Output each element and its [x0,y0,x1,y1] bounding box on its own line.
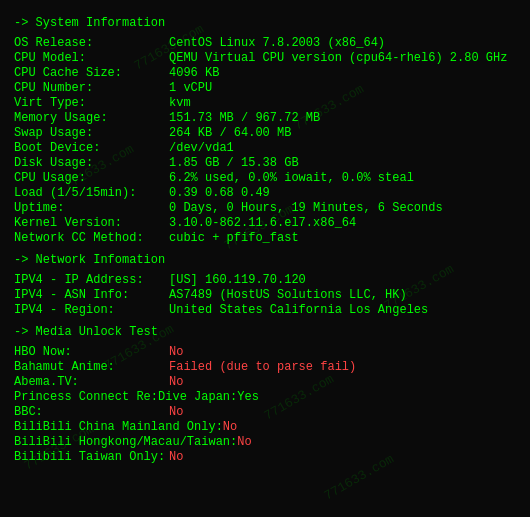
memory-usage-row: Memory Usage: 151.73 MB / 967.72 MB [14,111,516,125]
boot-device-value: /dev/vda1 [169,141,234,155]
bbc-row: BBC: No [14,405,516,419]
cpu-model-value: QEMU Virtual CPU version (cpu64-rhel6) 2… [169,51,507,65]
system-header: -> System Information [14,16,516,30]
virt-type-value: kvm [169,96,191,110]
load-label: Load (1/5/15min): [14,186,169,200]
network-section: -> Network Infomation IPV4 - IP Address:… [14,253,516,317]
memory-usage-label: Memory Usage: [14,111,169,125]
cpu-model-label: CPU Model: [14,51,169,65]
abema-value: No [169,375,183,389]
ipv4-address-row: IPV4 - IP Address: [US] 160.119.70.120 [14,273,516,287]
swap-usage-value: 264 KB / 64.00 MB [169,126,291,140]
abema-label: Abema.TV: [14,375,169,389]
cpu-cache-row: CPU Cache Size: 4096 KB [14,66,516,80]
cpu-number-value: 1 vCPU [169,81,212,95]
ipv4-asn-row: IPV4 - ASN Info: AS7489 (HostUS Solution… [14,288,516,302]
uptime-label: Uptime: [14,201,169,215]
load-row: Load (1/5/15min): 0.39 0.68 0.49 [14,186,516,200]
os-release-label: OS Release: [14,36,169,50]
cpu-model-row: CPU Model: QEMU Virtual CPU version (cpu… [14,51,516,65]
media-section: -> Media Unlock Test HBO Now: No Bahamut… [14,325,516,464]
bbc-label: BBC: [14,405,169,419]
load-value: 0.39 0.68 0.49 [169,186,270,200]
system-section: -> System Information OS Release: CentOS… [14,16,516,245]
disk-usage-value: 1.85 GB / 15.38 GB [169,156,299,170]
ipv4-asn-label: IPV4 - ASN Info: [14,288,169,302]
kernel-value: 3.10.0-862.11.6.el7.x86_64 [169,216,356,230]
ipv4-region-label: IPV4 - Region: [14,303,169,317]
bilibili-hk-label: BiliBili Hongkong/Macau/Taiwan: [14,435,237,449]
bahamut-value: Failed (due to parse fail) [169,360,356,374]
uptime-row: Uptime: 0 Days, 0 Hours, 19 Minutes, 6 S… [14,201,516,215]
bilibili-china-value: No [223,420,237,434]
virt-type-row: Virt Type: kvm [14,96,516,110]
disk-usage-label: Disk Usage: [14,156,169,170]
virt-type-label: Virt Type: [14,96,169,110]
boot-device-label: Boot Device: [14,141,169,155]
swap-usage-row: Swap Usage: 264 KB / 64.00 MB [14,126,516,140]
bilibili-tw-row: Bilibili Taiwan Only: No [14,450,516,464]
hbo-value: No [169,345,183,359]
ipv4-address-label: IPV4 - IP Address: [14,273,169,287]
cpu-usage-value: 6.2% used, 0.0% iowait, 0.0% steal [169,171,414,185]
bilibili-tw-label: Bilibili Taiwan Only: [14,450,169,464]
os-release-row: OS Release: CentOS Linux 7.8.2003 (x86_6… [14,36,516,50]
cpu-cache-label: CPU Cache Size: [14,66,169,80]
cc-method-row: Network CC Method: cubic + pfifo_fast [14,231,516,245]
bilibili-tw-value: No [169,450,183,464]
os-release-value: CentOS Linux 7.8.2003 (x86_64) [169,36,385,50]
cpu-usage-row: CPU Usage: 6.2% used, 0.0% iowait, 0.0% … [14,171,516,185]
disk-usage-row: Disk Usage: 1.85 GB / 15.38 GB [14,156,516,170]
cpu-number-row: CPU Number: 1 vCPU [14,81,516,95]
bahamut-label: Bahamut Anime: [14,360,169,374]
kernel-row: Kernel Version: 3.10.0-862.11.6.el7.x86_… [14,216,516,230]
ipv4-address-value: [US] 160.119.70.120 [169,273,306,287]
cpu-usage-label: CPU Usage: [14,171,169,185]
swap-usage-label: Swap Usage: [14,126,169,140]
princess-label: Princess Connect Re:Dive Japan: [14,390,237,404]
bahamut-row: Bahamut Anime: Failed (due to parse fail… [14,360,516,374]
princess-value: Yes [237,390,259,404]
princess-row: Princess Connect Re:Dive Japan: Yes [14,390,516,404]
bilibili-hk-row: BiliBili Hongkong/Macau/Taiwan: No [14,435,516,449]
media-header: -> Media Unlock Test [14,325,516,339]
cpu-cache-value: 4096 KB [169,66,219,80]
kernel-label: Kernel Version: [14,216,169,230]
cc-method-value: cubic + pfifo_fast [169,231,299,245]
bilibili-china-row: BiliBili China Mainland Only: No [14,420,516,434]
bbc-value: No [169,405,183,419]
hbo-row: HBO Now: No [14,345,516,359]
ipv4-asn-value: AS7489 (HostUS Solutions LLC, HK) [169,288,407,302]
abema-row: Abema.TV: No [14,375,516,389]
bilibili-hk-value: No [237,435,251,449]
ipv4-region-value: United States California Los Angeles [169,303,428,317]
hbo-label: HBO Now: [14,345,169,359]
bilibili-china-label: BiliBili China Mainland Only: [14,420,223,434]
uptime-value: 0 Days, 0 Hours, 19 Minutes, 6 Seconds [169,201,443,215]
cc-method-label: Network CC Method: [14,231,169,245]
network-header: -> Network Infomation [14,253,516,267]
boot-device-row: Boot Device: /dev/vda1 [14,141,516,155]
cpu-number-label: CPU Number: [14,81,169,95]
ipv4-region-row: IPV4 - Region: United States California … [14,303,516,317]
memory-usage-value: 151.73 MB / 967.72 MB [169,111,320,125]
